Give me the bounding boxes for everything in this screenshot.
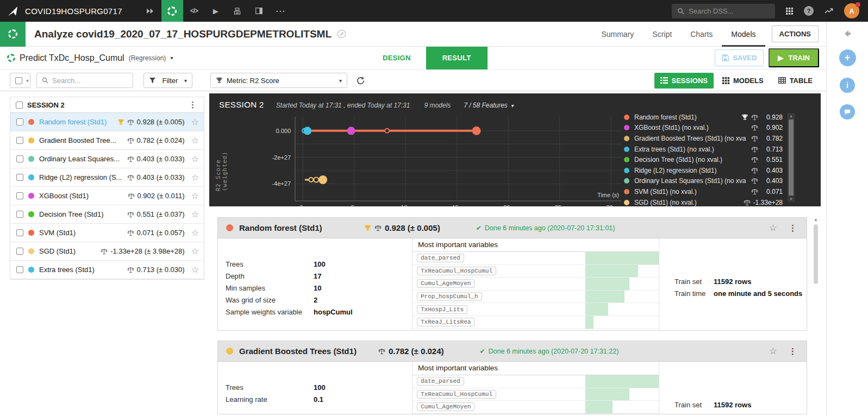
collapse-panel-back-icon[interactable]	[843, 29, 852, 38]
tab-summary[interactable]: Summary	[592, 22, 643, 47]
filter-dropdown[interactable]: Filter ▾	[143, 73, 192, 88]
edit-description-icon[interactable]	[337, 29, 346, 39]
model-list-item[interactable]: SGD (Std1)-1.33e+28 (± 3.98e+28)☆	[10, 242, 204, 261]
actions-button[interactable]: ACTIONS	[772, 26, 819, 42]
card-menu-button[interactable]: ⋮	[787, 346, 798, 356]
metric-dropdown[interactable]: Metric: R2 Score ▾	[210, 73, 347, 88]
legend-item[interactable]: Extra trees (Std1) (no xval.)0.713	[624, 144, 783, 155]
star-button[interactable]: ☆	[191, 266, 199, 274]
apps-grid-icon[interactable]	[786, 8, 793, 15]
model-card-header[interactable]: Random forest (Std1) 0.928 (± 0.005) ✔ D…	[218, 218, 807, 238]
star-button[interactable]: ☆	[191, 136, 199, 145]
star-button[interactable]: ☆	[769, 346, 777, 356]
help-icon[interactable]: ?	[804, 6, 814, 16]
content-scrollbar[interactable]: ▲	[812, 217, 820, 416]
monitoring-trend-icon[interactable]	[825, 8, 833, 14]
model-card-header[interactable]: Gradient Boosted Trees (Std1) 0.782 (± 0…	[218, 341, 807, 362]
view-models-button[interactable]: MODELS	[716, 73, 770, 89]
star-button[interactable]: ☆	[191, 192, 199, 200]
tab-script[interactable]: Script	[643, 22, 681, 47]
model-list-item[interactable]: Extra trees (Std1)0.713 (± 0.030)☆	[10, 261, 204, 279]
scroll-down-icon[interactable]: ▼	[789, 196, 793, 202]
comment-bubble-icon[interactable]	[840, 104, 855, 119]
legend-item[interactable]: Decision Tree (Std1) (no xval.)0.551	[624, 154, 783, 165]
flow-icon[interactable]	[140, 0, 161, 22]
select-all-checkbox[interactable]	[15, 77, 22, 84]
model-checkbox[interactable]	[16, 192, 23, 199]
model-list-item[interactable]: Ordinary Least Squares...0.403 (± 0.033)…	[10, 150, 204, 168]
more-nav-icon[interactable]: ···	[270, 0, 292, 22]
model-search-input[interactable]	[52, 77, 128, 85]
model-checkbox[interactable]	[16, 266, 23, 273]
data-point[interactable]	[314, 178, 319, 182]
model-list-item[interactable]: XGBoost (Std1)0.902 (± 0.011)☆	[10, 187, 204, 205]
code-icon[interactable]: </>	[183, 0, 205, 22]
data-point[interactable]	[385, 129, 389, 133]
notebook-icon[interactable]	[248, 0, 270, 22]
legend-item[interactable]: Ridge (L2) regression (Std1)0.403	[624, 165, 783, 176]
dataiku-logo[interactable]	[0, 0, 25, 22]
project-name[interactable]: COVID19HOSPURG0717	[25, 7, 122, 16]
legend-scrollbar[interactable]: ▲ ▼	[788, 113, 795, 202]
tab-charts[interactable]: Charts	[681, 22, 722, 47]
global-search[interactable]	[672, 4, 775, 18]
star-button[interactable]: ☆	[769, 223, 777, 232]
select-all-dropdown[interactable]: ▾	[10, 73, 30, 88]
tab-result[interactable]: RESULT	[426, 47, 488, 70]
model-list-item[interactable]: Decision Tree (Std1)0.551 (± 0.037)☆	[10, 205, 204, 224]
variable-name-chip: TxReaJ_LitsRea	[417, 318, 474, 326]
star-button[interactable]: ☆	[191, 229, 199, 237]
scroll-up-icon[interactable]: ▲	[789, 113, 793, 119]
model-list-item[interactable]: Gradient Boosted Tree...0.782 (± 0.024)☆	[10, 131, 204, 150]
model-checkbox[interactable]	[16, 137, 23, 144]
model-list-item[interactable]: SVM (Std1)0.071 (± 0.057)☆	[10, 224, 204, 242]
jobs-play-icon[interactable]: ▶	[205, 0, 227, 22]
star-button[interactable]: ☆	[191, 155, 199, 163]
predict-model-selector[interactable]: Predict TxDc_Hosp_Cumul (Regression) ▾	[7, 53, 173, 63]
scrollbar-thumb[interactable]	[814, 224, 818, 284]
data-point[interactable]	[304, 127, 311, 134]
session-menu-button[interactable]: ⋮	[187, 100, 198, 110]
model-checkbox[interactable]	[16, 211, 23, 218]
data-point[interactable]	[347, 127, 354, 134]
saved-button[interactable]: SAVED	[715, 49, 764, 66]
star-button[interactable]: ☆	[191, 210, 199, 219]
model-checkbox[interactable]	[16, 118, 23, 125]
scroll-up-icon[interactable]: ▲	[814, 217, 818, 222]
deploy-icon[interactable]	[227, 0, 248, 22]
legend-item[interactable]: SVM (Std1) (no xval.)0.071	[624, 186, 783, 197]
legend-item[interactable]: Random forest (Std1)0.928	[624, 112, 783, 123]
model-search[interactable]	[36, 73, 133, 88]
features-dropdown[interactable]: 7 / 58 Features ▾	[464, 102, 514, 109]
data-point[interactable]	[319, 176, 327, 184]
add-comment-plus-icon[interactable]: +	[839, 49, 856, 66]
tab-design[interactable]: DESIGN	[367, 47, 426, 70]
model-list-item[interactable]: Random forest (Std1)0.928 (± 0.005)☆	[10, 113, 204, 131]
legend-item[interactable]: XGBoost (Std1) (no xval.)0.902	[624, 123, 783, 134]
model-checkbox[interactable]	[16, 229, 23, 236]
legend-item[interactable]: SGD (Std1) (no xval.)-1.33e+28	[624, 197, 783, 206]
legend-item[interactable]: Gradient Boosted Trees (Std1) (no xval.)…	[624, 133, 783, 144]
train-button[interactable]: ▶ TRAIN	[769, 48, 819, 67]
star-button[interactable]: ☆	[191, 247, 199, 256]
user-avatar[interactable]: A	[844, 3, 859, 18]
legend-item[interactable]: Ordinary Least Squares (Std1) (no xval.)…	[624, 176, 783, 187]
card-menu-button[interactable]: ⋮	[787, 223, 798, 233]
info-icon[interactable]: i	[840, 78, 855, 93]
star-button[interactable]: ☆	[191, 118, 199, 127]
refresh-icon[interactable]	[357, 77, 365, 85]
data-point[interactable]	[473, 127, 480, 135]
model-list-item[interactable]: Ridge (L2) regression (S...0.403 (± 0.03…	[10, 168, 204, 187]
scrollbar-thumb[interactable]	[789, 119, 794, 196]
star-button[interactable]: ☆	[191, 173, 199, 182]
tab-models[interactable]: Models	[722, 22, 765, 47]
view-sessions-button[interactable]: SESSIONS	[654, 73, 714, 89]
model-checkbox[interactable]	[16, 248, 23, 255]
data-point[interactable]	[309, 178, 313, 182]
session-checkbox[interactable]	[16, 102, 23, 109]
model-checkbox[interactable]	[16, 174, 23, 181]
model-checkbox[interactable]	[16, 155, 23, 162]
global-search-input[interactable]	[689, 7, 770, 15]
view-table-button[interactable]: TABLE	[772, 73, 819, 89]
visual-analysis-icon[interactable]	[161, 0, 183, 22]
